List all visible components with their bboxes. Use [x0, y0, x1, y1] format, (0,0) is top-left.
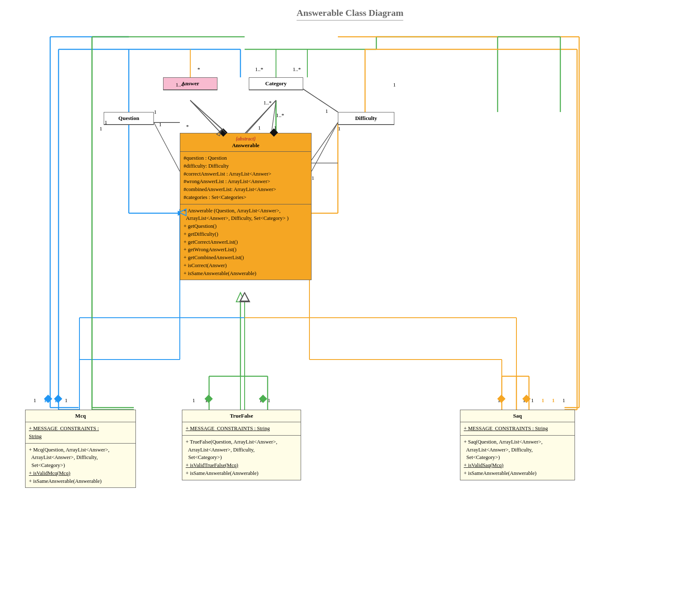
mult-label: 1 — [523, 397, 526, 404]
truefalse-methods: + TrueFalse(Question, ArrayList<Answer>,… — [182, 436, 301, 480]
mult-label: 1 — [259, 397, 262, 404]
svg-line-52 — [190, 100, 222, 134]
connector-layer — [0, 0, 700, 607]
mult-label: 1..4 — [176, 82, 184, 88]
svg-line-86 — [312, 122, 338, 171]
saq-attributes: + MESSAGE_CONSTRAINTS : String — [460, 422, 575, 436]
truefalse-attributes: + MESSAGE_CONSTRAINTS : String — [182, 422, 301, 436]
mult-label: 1..* — [255, 66, 263, 73]
answer-box: Answer — [163, 77, 217, 90]
svg-line-58 — [303, 89, 338, 112]
truefalse-title: TrueFalse — [182, 410, 301, 422]
answerable-methods: + Answerable (Question, ArrayList<Answer… — [180, 204, 311, 280]
svg-line-67 — [240, 293, 245, 301]
svg-line-54 — [309, 122, 338, 163]
answerable-attributes: #question : Question #difficulty: Diffic… — [180, 152, 311, 204]
svg-marker-36 — [236, 293, 245, 302]
mult-label: 1 — [192, 397, 195, 404]
mult-label: 1 — [33, 397, 36, 404]
svg-line-87 — [190, 100, 226, 133]
mult-label: 1..* — [293, 66, 301, 73]
mult-label: 1 — [100, 125, 102, 132]
mcq-title: Mcq — [26, 410, 135, 422]
truefalse-box: TrueFalse + MESSAGE_CONSTRAINTS : String… — [182, 410, 301, 480]
mult-label: 1 — [325, 108, 328, 115]
svg-marker-50 — [240, 293, 250, 302]
mult-label: 1 — [312, 175, 314, 181]
mult-label: 1 — [205, 397, 208, 404]
diagram-title: Answerable Class Diagram — [296, 8, 403, 20]
mult-label: 1 — [65, 397, 68, 404]
difficulty-box: Difficulty — [338, 112, 394, 125]
mult-label: 1 — [552, 397, 555, 404]
diamonds-layer — [0, 0, 700, 607]
svg-line-93 — [303, 89, 338, 112]
mult-label: * — [197, 66, 200, 73]
mult-label: 1 — [498, 397, 501, 404]
mult-label: 1 — [274, 125, 277, 131]
mult-label: 1 — [268, 397, 271, 404]
saq-methods: + Saq(Question, ArrayList<Answer>, Array… — [460, 436, 575, 480]
mult-label: 1 — [562, 397, 565, 404]
svg-line-71 — [190, 100, 224, 130]
svg-line-68 — [245, 293, 249, 301]
category-box: Category — [249, 77, 303, 90]
mult-label: 1 — [338, 125, 341, 132]
mcq-box: Mcq + MESSAGE_CONSTRAINTS : String + Mcq… — [25, 410, 136, 488]
answer-title: Answer — [164, 78, 217, 90]
svg-line-85 — [154, 122, 180, 171]
mult-label: 1..* — [263, 99, 272, 106]
mult-label: 1..* — [276, 112, 284, 119]
question-box: Question — [104, 112, 154, 125]
category-title: Category — [249, 78, 303, 90]
mcq-methods: + Mcq(Question, ArrayList<Answer>, Array… — [26, 444, 135, 488]
difficulty-title: Difficulty — [338, 112, 394, 125]
mcq-attributes: + MESSAGE_CONSTRAINTS : String — [26, 422, 135, 444]
saq-title: Saq — [460, 410, 575, 422]
mult-label: 1 — [159, 121, 162, 128]
mult-label: 1 — [531, 397, 534, 404]
mult-label: 1 — [154, 109, 157, 115]
question-title: Question — [104, 112, 153, 125]
mult-label: 1 — [105, 119, 107, 126]
mult-label: 1 — [258, 125, 261, 131]
mult-label: 1 — [393, 82, 396, 88]
answerable-box: {abstract} Answerable #question : Questi… — [180, 133, 312, 280]
mult-label: 1 — [542, 397, 544, 404]
mult-label: 1 — [54, 397, 57, 404]
answerable-title: {abstract} Answerable — [180, 133, 311, 152]
saq-box: Saq + MESSAGE_CONSTRAINTS : String + Saq… — [460, 410, 575, 480]
mult-label: * — [186, 123, 189, 130]
mult-label: 1 — [44, 397, 47, 404]
diagram-container: Answerable Class Diagram — [0, 0, 700, 607]
svg-line-88 — [247, 100, 276, 133]
